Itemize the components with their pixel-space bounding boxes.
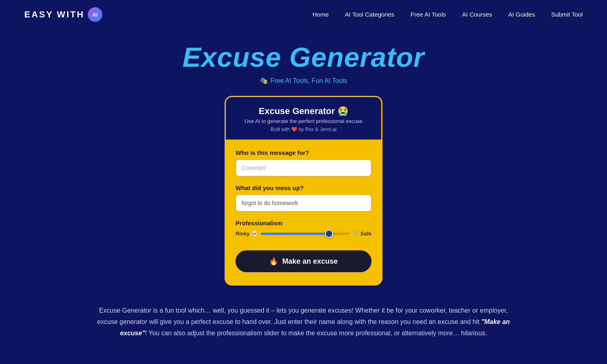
professionalism-slider[interactable] [261,233,349,235]
card-header-sub: Use AI to generate the perfect professio… [234,118,373,124]
slider-row: Risky 💀 😇 Safe [236,231,371,237]
risky-label: Risky 💀 [236,231,257,237]
make-excuse-button[interactable]: 🔥 Make an excuse [236,250,371,272]
page-title: Excuse Generator [183,41,424,73]
nav-links: Home AI Tool Categories Free AI Tools AI… [312,11,583,18]
page-subtitle: 🎭 Free AI Tools, Fun AI Tools [260,77,347,85]
recipient-label: Who is this message for? [236,149,371,156]
logo[interactable]: EASY WITH AI [24,7,102,22]
logo-text: EASY WITH [24,9,85,20]
nav-home[interactable]: Home [312,11,329,18]
recipient-input[interactable] [236,159,371,176]
description-section: Excuse Generator is a fun tool which… we… [89,305,518,339]
button-fire-icon: 🔥 [269,257,278,266]
subtitle-icon: 🎭 [260,77,268,85]
excuse-generator-card: Excuse Generator 😭 Use AI to generate th… [225,96,382,286]
mess-up-label: What did you mess up? [236,184,371,191]
logo-badge: AI [88,7,102,22]
nav-ai-courses[interactable]: AI Courses [462,11,492,18]
nav-ai-guides[interactable]: AI Guides [508,11,535,18]
main-content: Excuse Generator 🎭 Free AI Tools, Fun AI… [0,29,607,339]
professionalism-label: Professionalism [236,220,371,226]
description-text1: Excuse Generator is a fun tool which… we… [97,307,508,325]
card-body: Who is this message for? What did you me… [226,140,381,250]
card-header-title: Excuse Generator 😭 [234,106,373,116]
card-header-built: Built with ❤️ by Rox & Jenni.ai [234,127,373,132]
nav-submit-tool[interactable]: Submit Tool [551,11,583,18]
mess-up-input[interactable] [236,195,371,212]
nav-ai-tool-categories[interactable]: AI Tool Categories [345,11,394,18]
safe-label: 😇 Safe [352,231,371,237]
navbar: EASY WITH AI Home AI Tool Categories Fre… [0,0,607,29]
nav-free-ai-tools[interactable]: Free AI Tools [411,11,446,18]
subtitle-text: Free AI Tools, Fun AI Tools [270,77,347,85]
button-label: Make an excuse [282,257,337,266]
description-text: Excuse Generator is a fun tool which… we… [97,305,510,339]
description-text2: ! You can also adjust the professionalis… [145,330,487,336]
card-header: Excuse Generator 😭 Use AI to generate th… [226,97,381,140]
